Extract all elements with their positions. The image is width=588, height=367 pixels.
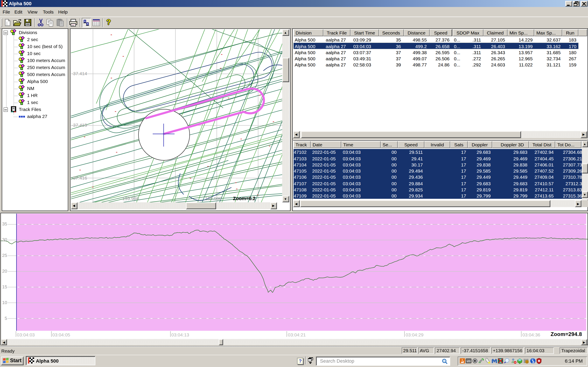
svg-text:vm: vm (467, 359, 471, 363)
